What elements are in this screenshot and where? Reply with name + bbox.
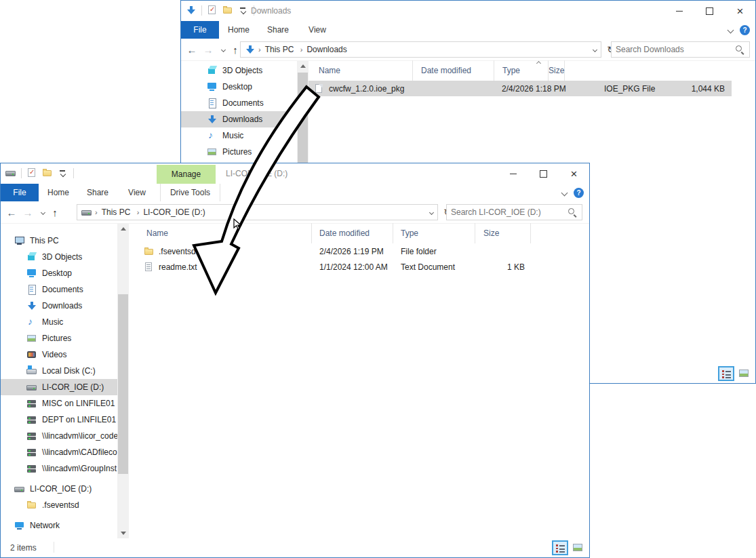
up-icon[interactable] [48, 201, 62, 223]
sidebar-item-fseventsd[interactable]: .fseventsd [1, 497, 117, 513]
back-icon[interactable] [185, 39, 199, 60]
sidebar-item-downloads[interactable]: Downloads [1, 298, 117, 314]
column-header-name[interactable]: Name [309, 60, 413, 81]
sidebar-item-lincadvm-cadfileco[interactable]: \\lincadvm\CADfileco [1, 444, 117, 460]
scrollbar-thumb[interactable] [298, 73, 308, 174]
new-folder-icon[interactable] [42, 167, 53, 178]
address-dropdown-icon[interactable] [429, 210, 434, 214]
scrollbar-thumb[interactable] [118, 294, 128, 474]
titlebar[interactable]: Manage LI-COR_IOE (D:) [1, 163, 589, 184]
sidebar-item-li-cor-ioe-d[interactable]: LI-COR_IOE (D:) [1, 379, 117, 395]
minimize-button[interactable] [498, 163, 528, 184]
address-field[interactable]: This PC LI-COR_IOE (D:) [77, 204, 438, 220]
sidebar-item-downloads[interactable]: Downloads [181, 111, 297, 127]
file-row-cwcfw-1-2-0-ioe-pkg[interactable]: cwcfw_1.2.0.ioe_pkg 2/4/2026 1:18 PM IOE… [309, 81, 732, 96]
sidebar-item-label: Network [30, 521, 60, 530]
close-button[interactable] [559, 163, 589, 184]
search-input[interactable] [451, 207, 567, 217]
netdrive-icon [26, 447, 37, 458]
sidebar-item-videos[interactable]: Videos [1, 346, 117, 363]
column-header-date-modified[interactable]: Date modified [312, 223, 393, 243]
3d-objects-icon [26, 252, 37, 262]
sidebar-item-network[interactable]: Network [1, 517, 117, 534]
back-icon[interactable] [5, 201, 18, 223]
breadcrumb-item-this-pc[interactable]: This PC [256, 45, 295, 54]
new-folder-icon[interactable] [222, 5, 233, 16]
expand-ribbon-icon[interactable] [561, 189, 568, 196]
sidebar-item-this-pc[interactable]: This PC [1, 233, 117, 249]
sidebar-item-music[interactable]: Music [1, 314, 117, 330]
sidebar-item-local-disk-c[interactable]: Local Disk (C:) [1, 363, 117, 379]
column-header-name[interactable]: Name [129, 223, 312, 243]
status-bar: 2 items [1, 538, 589, 557]
sidebar-item-misc-on-linfile01-g[interactable]: MISC on LINFILE01 (G: [1, 395, 117, 412]
sidebar-item-pictures[interactable]: Pictures [1, 330, 117, 346]
search-icon[interactable] [567, 207, 578, 218]
tab-file[interactable]: File [181, 21, 219, 39]
maximize-button[interactable] [694, 1, 725, 21]
search-input[interactable] [616, 45, 734, 54]
qat-dropdown-icon[interactable] [58, 167, 68, 178]
forward-icon[interactable] [201, 39, 215, 60]
forward-icon[interactable] [21, 201, 35, 223]
titlebar[interactable]: Downloads [181, 1, 755, 21]
recent-locations-icon[interactable] [216, 39, 230, 60]
file-row-readme-txt[interactable]: readme.txt 1/1/2024 12:00 AM Text Docume… [129, 259, 589, 275]
file-type: File folder [393, 247, 475, 256]
column-header-date-modified[interactable]: Date modified [413, 60, 494, 81]
tab-view[interactable]: View [298, 21, 337, 39]
close-button[interactable] [725, 1, 755, 21]
scroll-up-icon[interactable] [117, 223, 129, 234]
sidebar-item-documents[interactable]: Documents [181, 95, 297, 111]
address-dropdown-icon[interactable] [593, 47, 597, 52]
tab-share[interactable]: Share [258, 21, 298, 39]
recent-locations-icon[interactable] [36, 201, 49, 223]
sidebar-item-li-cor-ioe-d[interactable]: LI-COR_IOE (D:) [1, 481, 117, 497]
thumbnail-view-button[interactable] [570, 540, 586, 555]
scroll-up-icon[interactable] [297, 60, 309, 71]
sidebar-scrollbar[interactable] [117, 223, 129, 538]
tab-share[interactable]: Share [78, 184, 117, 201]
maximize-button[interactable] [528, 163, 559, 184]
sidebar-item-3d-objects[interactable]: 3D Objects [181, 62, 297, 79]
details-view-button[interactable] [718, 366, 734, 381]
properties-check-icon[interactable] [207, 5, 218, 16]
tab-home[interactable]: Home [219, 21, 258, 39]
manage-contextual-tab[interactable]: Manage [157, 165, 216, 184]
search-icon[interactable] [734, 44, 745, 55]
sidebar-item-pictures[interactable]: Pictures [181, 144, 297, 160]
minimize-button[interactable] [664, 1, 694, 21]
address-field[interactable]: This PC Downloads [240, 41, 601, 58]
drive-app-icon [5, 167, 16, 178]
breadcrumb-item-downloads[interactable]: Downloads [298, 45, 349, 54]
column-header-size[interactable]: Size [475, 223, 531, 243]
help-icon[interactable] [574, 188, 584, 198]
thumbnail-view-button[interactable] [736, 366, 753, 381]
netdrive-icon [26, 414, 37, 425]
tab-view[interactable]: View [117, 184, 157, 201]
file-name: cwcfw_1.2.0.ioe_pkg [329, 84, 404, 94]
sidebar-item-documents[interactable]: Documents [1, 281, 117, 298]
scroll-down-icon[interactable] [117, 527, 129, 538]
column-header-type[interactable]: Type [393, 223, 475, 243]
sidebar-item-desktop[interactable]: Desktop [181, 79, 297, 95]
sidebar-item-lincadvm-groupinst[interactable]: \\lincadvm\GroupInst [1, 460, 117, 477]
help-icon[interactable] [740, 25, 750, 35]
details-view-button[interactable] [552, 540, 568, 555]
tab-drive-tools[interactable]: Drive Tools [160, 184, 220, 201]
properties-check-icon[interactable] [26, 167, 37, 178]
file-row-fseventsd[interactable]: .fseventsd 2/4/2026 1:19 PM File folder [129, 243, 589, 259]
sidebar-item-desktop[interactable]: Desktop [1, 265, 117, 281]
breadcrumb-item-li-cor-ioe-d[interactable]: LI-COR_IOE (D:) [134, 207, 207, 217]
sidebar-item-dept-on-linfile01-h[interactable]: DEPT on LINFILE01 (H: [1, 412, 117, 428]
tab-home[interactable]: Home [39, 184, 78, 201]
expand-ribbon-icon[interactable] [728, 26, 734, 33]
qat-dropdown-icon[interactable] [238, 5, 249, 16]
sidebar-item-lincadvm-licor-code[interactable]: \\lincadvm\licor_code [1, 428, 117, 444]
breadcrumb-item-this-pc[interactable]: This PC [92, 207, 132, 217]
chevron-right-icon [298, 45, 306, 54]
sidebar-item-music[interactable]: Music [181, 127, 297, 144]
column-header-size[interactable]: Size [549, 60, 565, 81]
tab-file[interactable]: File [1, 184, 39, 201]
sidebar-item-3d-objects[interactable]: 3D Objects [1, 249, 117, 265]
